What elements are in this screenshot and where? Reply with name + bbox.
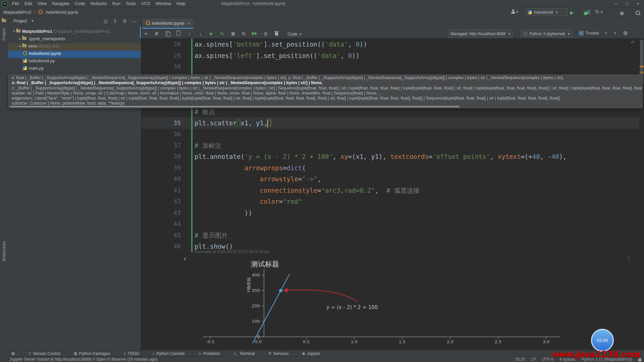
code-editor[interactable]: 28ax.spines['bottom'].set_position(('dat…: [141, 38, 639, 257]
expand-all-cells-icon[interactable]: ∨: [613, 31, 616, 35]
status-message[interactable]: Jupyter Server started at http://localho…: [9, 357, 158, 362]
code-line-36[interactable]: 36: [141, 128, 639, 140]
error-stripe-mark[interactable]: [640, 72, 644, 73]
interrupt-kernel-button[interactable]: [228, 29, 238, 38]
code-line-42[interactable]: 42 color="red": [141, 196, 639, 207]
move-cell-down-button[interactable]: ↓: [196, 29, 205, 38]
trusted-checkbox[interactable]: ✓ Trusted: [579, 31, 599, 36]
code-line-39[interactable]: 39 arrowprops=dict(: [141, 162, 639, 174]
error-stripe-mark[interactable]: [640, 66, 644, 67]
breadcrumb-project[interactable]: MatplotlibPro3: [3, 10, 31, 15]
menu-navigate[interactable]: Navigate: [49, 0, 72, 7]
copy-cell-button[interactable]: [163, 29, 172, 38]
stripe-project-label[interactable]: Project: [2, 28, 6, 41]
tree-expand-icon[interactable]: ▸: [18, 44, 22, 48]
locate-file-icon[interactable]: ◎: [102, 18, 110, 24]
notebook-settings-icon[interactable]: ◍: [623, 30, 628, 36]
add-cell-button[interactable]: +: [141, 29, 151, 38]
menu-tools[interactable]: Tools: [123, 0, 139, 7]
menu-file[interactable]: File: [9, 0, 22, 7]
tree-expand-icon[interactable]: ▸: [18, 37, 22, 41]
stop-button[interactable]: [620, 12, 624, 15]
window-switcher-icon[interactable]: ▦: [11, 351, 15, 356]
tool-window-terminal[interactable]: >_Terminal: [234, 351, 255, 356]
close-button[interactable]: ×: [633, 0, 643, 6]
code-line-38[interactable]: 38plt.annotate('y = (x - 2) * 2 + 100', …: [141, 151, 639, 162]
lock-icon[interactable]: [638, 359, 641, 361]
code-line-40[interactable]: 40 arrowstyle="->",: [141, 173, 639, 185]
code-text: plt.annotate('y = (x - 2) * 2 + 100', xy…: [195, 151, 567, 162]
delete-cell-button[interactable]: [272, 29, 281, 38]
run-all-cells-button[interactable]: ↻: [217, 29, 227, 38]
code-line-44[interactable]: 44: [141, 218, 639, 230]
code-line-45[interactable]: 45# 显示图片: [141, 230, 639, 241]
close-icon[interactable]: ×: [187, 21, 190, 26]
code-line-29[interactable]: 29ax.spines['left'].set_position(('data'…: [141, 50, 639, 61]
gear-icon[interactable]: ⚙: [121, 18, 129, 24]
menu-view[interactable]: View: [35, 0, 49, 7]
code-line-28[interactable]: 28ax.spines['bottom'].set_position(('dat…: [141, 39, 639, 50]
code-line-30[interactable]: 30: [141, 61, 639, 72]
stripe-bookmarks-label[interactable]: Bookmarks: [2, 241, 6, 261]
collapse-output-icon[interactable]: ∨: [183, 256, 186, 261]
rerun-button[interactable]: ↻: [595, 9, 599, 15]
restart-kernel-button[interactable]: ↻: [239, 29, 249, 38]
menu-vcs[interactable]: VCS: [139, 0, 153, 7]
server-selector[interactable]: Managed: http://localhost:8888 ▾: [448, 30, 513, 38]
clear-outputs-button[interactable]: ⊘: [261, 29, 270, 38]
breadcrumb-file[interactable]: helloWorld.ipynb: [46, 10, 78, 15]
tree-collapse-icon[interactable]: ∨: [12, 29, 16, 34]
run-all-below-button[interactable]: [250, 29, 260, 38]
collapse-all-icon[interactable]: ↥: [111, 18, 119, 24]
inspections-ok-icon[interactable]: ✓: [631, 39, 635, 45]
menu-code[interactable]: Code: [72, 0, 88, 7]
tool-window-jupyter[interactable]: ◉Jupyter: [302, 351, 320, 356]
tool-window-services[interactable]: ⚙Services: [268, 351, 289, 356]
minimize-button[interactable]: —: [611, 0, 621, 6]
tool-window-version-control[interactable]: ϒVersion Control: [28, 351, 60, 356]
code-comment: # 显示图片: [195, 232, 228, 239]
paste-cell-button[interactable]: [174, 29, 183, 38]
popup-scrollbar[interactable]: [10, 106, 460, 107]
run-cell-button[interactable]: [207, 29, 216, 38]
tool-window-todo[interactable]: ≡TODO: [124, 351, 139, 356]
panel-scrollbar[interactable]: [140, 26, 141, 38]
collapse-all-cells-icon[interactable]: ∧: [604, 31, 607, 35]
tree-item--ipynb-checkpoints[interactable]: ▸.ipynb_checkpoints: [8, 36, 141, 43]
hide-panel-icon[interactable]: —: [130, 18, 138, 24]
status-caret-position[interactable]: 35:20: [515, 357, 525, 362]
menu-run[interactable]: Run: [110, 0, 123, 7]
tree-root[interactable]: ∨MatplotlibPro1 D:\python_pro\Matplotlib…: [8, 28, 141, 36]
cut-cell-button[interactable]: [152, 29, 161, 38]
run-config-selector[interactable]: helloWorld ▾: [525, 8, 568, 16]
tool-window-python-packages[interactable]: ▦Python Packages: [74, 351, 110, 356]
search-everywhere-icon[interactable]: [636, 11, 640, 15]
tool-window-problems[interactable]: ⚠Problems: [198, 351, 220, 356]
menu-refactor[interactable]: Refactor: [88, 0, 110, 7]
code-line-43[interactable]: 43 )): [141, 207, 639, 219]
code-line-41[interactable]: 41 connectionstyle="arc3,rad=0.2", # 弧度连…: [141, 185, 639, 196]
profiler-button[interactable]: C: [587, 9, 591, 15]
tree-item-helloworld-py[interactable]: helloWorld.py: [8, 58, 141, 65]
tree-item-main-py[interactable]: main.py: [8, 65, 141, 73]
menu-edit[interactable]: Edit: [22, 0, 35, 7]
chevron-down-icon[interactable]: ▾: [32, 18, 34, 23]
menu-help[interactable]: Help: [174, 0, 188, 7]
tab-helloworld-ipynb[interactable]: helloWorld.ipynb ×: [143, 19, 193, 29]
move-cell-up-button[interactable]: ↑: [185, 29, 194, 38]
tool-window-python-console[interactable]: ○Python Console: [153, 351, 185, 356]
code-line-35[interactable]: 35plt.scatter(x1, y1,): [141, 117, 639, 129]
project-stripe-icon[interactable]: [2, 19, 6, 22]
code-line-37[interactable]: 37# 加标注: [141, 140, 639, 151]
tree-item-helloworld-ipynb[interactable]: helloWorld.ipynb: [8, 51, 141, 58]
maximize-button[interactable]: □: [623, 0, 632, 6]
code-token: 0: [356, 41, 359, 48]
kernel-selector[interactable]: Python 3 (ipykernel) ▾: [521, 30, 573, 38]
user-menu[interactable]: ▾: [511, 9, 518, 14]
cell-type-dropdown[interactable]: Code ▾: [283, 30, 306, 39]
menu-window[interactable]: Window: [153, 0, 174, 7]
tree-item-venv[interactable]: ▸venv library root: [8, 43, 141, 51]
project-panel-title[interactable]: Project: [13, 18, 27, 23]
run-button[interactable]: [570, 11, 574, 15]
status-line-separator[interactable]: LF: [531, 357, 536, 362]
